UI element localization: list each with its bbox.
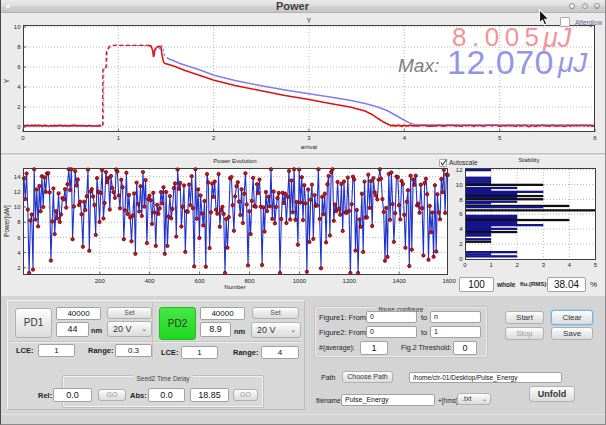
svg-text:1: 1	[489, 262, 493, 268]
svg-text:4: 4	[459, 226, 463, 232]
svg-text:1200: 1200	[343, 278, 357, 284]
svg-text:1400: 1400	[393, 278, 407, 284]
svg-text:4: 4	[17, 250, 21, 256]
svg-text:12: 12	[14, 189, 21, 195]
svg-text:Number: Number	[224, 284, 245, 290]
svg-text:10: 10	[14, 24, 21, 30]
svg-text:0: 0	[21, 135, 25, 141]
svg-text:8: 8	[459, 197, 463, 203]
svg-text:Y: Y	[3, 78, 10, 83]
svg-text:arrival: arrival	[301, 144, 317, 150]
svg-text:5: 5	[594, 262, 598, 268]
svg-text:2: 2	[17, 104, 21, 110]
svg-text:6: 6	[459, 211, 463, 217]
svg-text:3: 3	[307, 135, 311, 141]
svg-text:4: 4	[17, 84, 21, 90]
svg-text:8: 8	[17, 219, 21, 225]
svg-text:400: 400	[145, 278, 156, 284]
svg-text:14: 14	[14, 174, 21, 180]
svg-text:Power[uW]: Power[uW]	[3, 205, 11, 237]
svg-text:4: 4	[568, 262, 572, 268]
svg-text:6: 6	[17, 64, 21, 70]
svg-text:800: 800	[244, 278, 255, 284]
svg-text:2: 2	[459, 241, 463, 247]
svg-text:1000: 1000	[293, 278, 307, 284]
svg-text:8: 8	[17, 44, 21, 50]
svg-text:10: 10	[456, 182, 463, 188]
svg-text:4: 4	[403, 135, 407, 141]
svg-text:Y: Y	[307, 17, 312, 24]
svg-text:12: 12	[456, 167, 463, 173]
svg-text:10: 10	[14, 204, 21, 210]
svg-text:3: 3	[542, 262, 546, 268]
svg-text:0: 0	[463, 262, 467, 268]
svg-text:600: 600	[195, 278, 206, 284]
svg-text:6: 6	[17, 235, 21, 241]
svg-text:2: 2	[516, 262, 520, 268]
svg-text:200: 200	[95, 278, 106, 284]
svg-text:6: 6	[593, 135, 597, 141]
svg-text:1: 1	[117, 135, 121, 141]
svg-text:2: 2	[212, 135, 216, 141]
svg-text:5: 5	[498, 135, 502, 141]
svg-text:0: 0	[17, 124, 21, 130]
svg-text:2: 2	[17, 265, 21, 271]
svg-text:1600: 1600	[442, 278, 456, 284]
